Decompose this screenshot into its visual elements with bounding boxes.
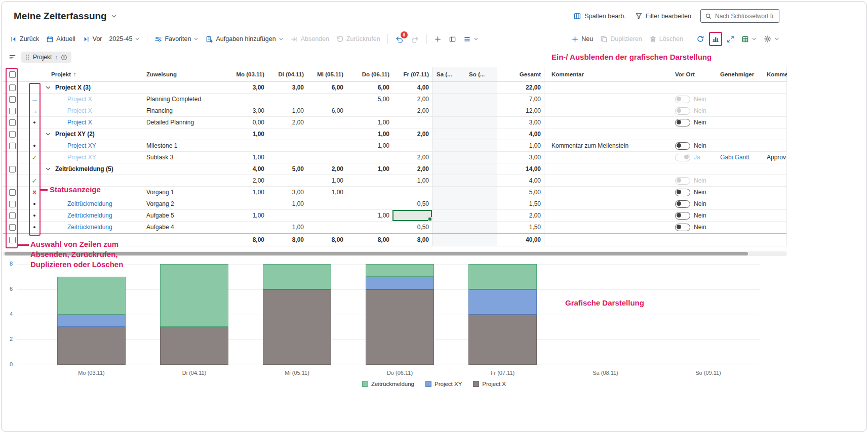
column-header-sa[interactable]: Sa (... [432, 67, 465, 81]
hours-cell-fr[interactable] [392, 140, 432, 151]
hours-cell-do[interactable]: 1,00 [346, 140, 392, 151]
comment-cell[interactable] [544, 105, 671, 116]
hours-cell-so[interactable] [465, 140, 497, 151]
hours-cell-sa[interactable] [432, 175, 465, 186]
submit-button[interactable]: Absenden [291, 35, 329, 43]
project-cell[interactable]: Project XY (2) [42, 128, 139, 140]
hours-cell-so[interactable] [465, 117, 497, 128]
hours-cell-fr[interactable] [392, 187, 432, 198]
fullscreen-button[interactable] [727, 35, 734, 43]
select-all-checkbox[interactable] [9, 71, 16, 78]
new-button[interactable]: Neu [571, 35, 593, 43]
search-box[interactable] [700, 9, 779, 23]
assignment-cell[interactable]: Aufgabe 4 [139, 222, 233, 233]
row-checkbox[interactable] [9, 84, 16, 91]
project-link[interactable]: Project XY [67, 142, 96, 149]
drag-handle-icon[interactable] [25, 54, 30, 60]
onsite-toggle[interactable] [675, 154, 690, 161]
redo-button[interactable] [411, 35, 419, 44]
column-header-kommentar[interactable]: Kommentar [544, 67, 671, 81]
comment-cell[interactable]: Kommentar zum Meilenstein [544, 140, 671, 151]
duplicate-button[interactable]: Duplizieren [600, 35, 642, 43]
assignment-cell[interactable]: Subtask 3 [139, 152, 233, 163]
hours-cell-mo[interactable]: 1,00 [233, 152, 267, 163]
period-selector[interactable]: 2025-45 [109, 35, 140, 42]
edit-columns-button[interactable]: Spalten bearb. [573, 12, 625, 20]
search-input[interactable] [715, 13, 775, 20]
assignment-cell[interactable]: Vorgang 2 [139, 198, 233, 209]
project-link[interactable]: Zeitrückmeldung [67, 212, 112, 219]
hours-cell-mo[interactable]: 3,00 [233, 105, 267, 116]
insert-row-button[interactable] [434, 35, 442, 43]
hours-cell-mo[interactable] [233, 94, 267, 105]
row-checkbox[interactable] [9, 224, 16, 231]
settings-button[interactable] [764, 35, 779, 43]
hours-cell-mi[interactable] [307, 210, 346, 221]
hours-cell-mo[interactable]: 0,00 [233, 117, 267, 128]
hours-cell-do[interactable] [346, 198, 392, 209]
hours-cell-do[interactable] [346, 187, 392, 198]
onsite-toggle[interactable] [675, 177, 690, 185]
row-checkbox[interactable] [9, 143, 16, 149]
back-button[interactable]: Zurück [10, 35, 39, 43]
hours-cell-di[interactable]: 1,00 [267, 222, 307, 233]
hours-cell-fr[interactable] [392, 117, 432, 128]
hours-cell-do[interactable] [346, 105, 392, 116]
row-checkbox[interactable] [9, 237, 16, 243]
hours-cell-fr[interactable]: 0,50 [392, 222, 432, 233]
hours-cell-sa[interactable] [432, 187, 465, 198]
hours-cell-do[interactable]: 1,00 [346, 210, 392, 221]
hours-cell-do[interactable]: 1,00 [346, 117, 392, 128]
hours-cell-so[interactable] [465, 187, 497, 198]
favorites-button[interactable]: Favoriten [154, 35, 199, 43]
hours-cell-mi[interactable] [307, 94, 346, 105]
project-link[interactable]: Zeitrückmeldung [67, 224, 112, 231]
comment-cell[interactable] [544, 152, 671, 163]
comment-cell[interactable] [544, 187, 671, 198]
toggle-chart-button[interactable] [712, 35, 720, 43]
project-link[interactable]: Project XY [67, 154, 96, 161]
assignment-cell[interactable]: Milestone 1 [139, 140, 233, 151]
row-checkbox[interactable] [9, 131, 16, 138]
hours-cell-mi[interactable]: 1,00 [307, 187, 346, 198]
recall-button[interactable]: Zurückrufen [336, 35, 380, 43]
comment-cell[interactable] [544, 222, 671, 233]
group-chevron-down-icon[interactable] [45, 84, 51, 91]
row-checkbox[interactable] [9, 166, 16, 172]
group-chevron-down-icon[interactable] [45, 131, 51, 137]
remove-chip-icon[interactable] [61, 54, 67, 61]
assignment-cell[interactable]: Financing [139, 105, 233, 116]
onsite-toggle[interactable] [675, 189, 690, 196]
hours-cell-mi[interactable]: 1,00 [307, 175, 346, 186]
assignment-cell[interactable]: Planning Completed [139, 94, 233, 105]
hours-cell-mo[interactable] [233, 140, 267, 151]
undo-button[interactable]: 8 [395, 35, 404, 44]
onsite-toggle[interactable] [675, 96, 690, 103]
column-header-fr[interactable]: Fr (07.11) [392, 67, 432, 81]
hours-cell-fr[interactable] [392, 210, 432, 221]
column-header-gesamt[interactable]: Gesamt [497, 67, 544, 81]
hours-cell-di[interactable]: 1,00 [267, 198, 307, 209]
hours-cell-di[interactable] [267, 152, 307, 163]
assignment-cell[interactable] [139, 175, 233, 186]
hours-cell-so[interactable] [465, 210, 497, 221]
hours-cell-so[interactable] [465, 175, 497, 186]
hours-cell-mo[interactable]: 2,00 [233, 175, 267, 186]
hours-cell-mi[interactable] [307, 152, 346, 163]
row-checkbox[interactable] [9, 201, 16, 207]
assignment-cell[interactable]: Aufgabe 5 [139, 210, 233, 221]
project-link[interactable]: Project X [67, 107, 92, 114]
hours-cell-di[interactable]: 2,00 [267, 117, 307, 128]
comment-cell[interactable] [544, 198, 671, 209]
project-cell[interactable]: Zeitrückmeldung (5) [42, 163, 139, 175]
title-chevron-down-icon[interactable] [111, 13, 117, 19]
hours-cell-so[interactable] [465, 105, 497, 116]
hours-cell-di[interactable] [267, 94, 307, 105]
column-header-di[interactable]: Di (04.11) [267, 67, 307, 81]
row-checkbox[interactable] [9, 108, 16, 114]
comment-cell[interactable] [544, 94, 671, 105]
row-checkbox[interactable] [9, 189, 16, 196]
hours-cell-so[interactable] [465, 152, 497, 163]
view-options-button[interactable] [463, 35, 479, 43]
onsite-toggle[interactable] [675, 107, 690, 115]
